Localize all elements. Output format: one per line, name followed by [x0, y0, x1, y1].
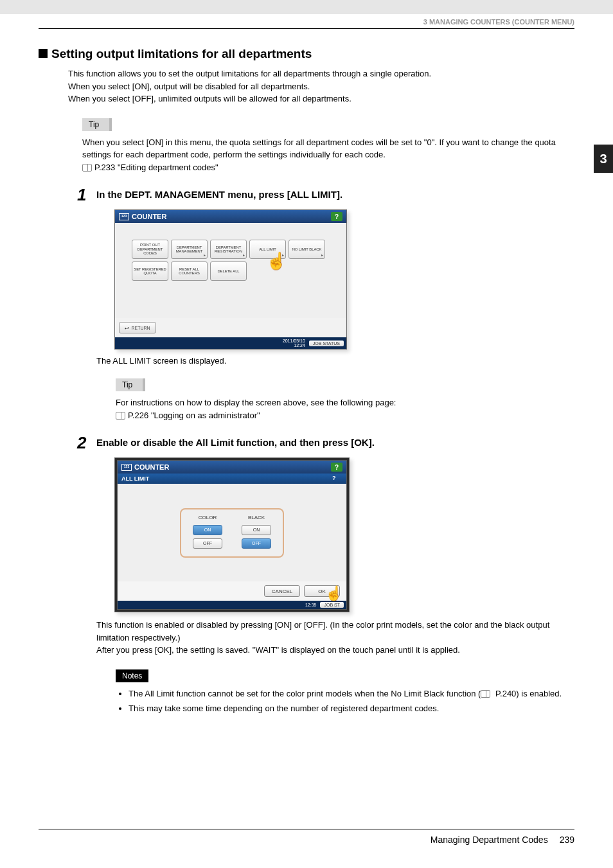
step2-after-2: After you press [OK], the setting is sav…: [96, 644, 574, 657]
chevron-right-icon: ▸: [204, 253, 206, 258]
all-limit-button[interactable]: ALL LIMIT▸: [249, 240, 286, 259]
tip-body-text: When you select [ON] in this menu, the q…: [82, 136, 574, 161]
dept-management-button[interactable]: DEPARTMENT MANAGEMENT▸: [171, 240, 208, 259]
intro-line-1: This function allows you to set the outp…: [68, 67, 574, 80]
step-1-number: 1: [77, 186, 96, 203]
datetime-label: 12:35: [305, 603, 317, 607]
job-status-button[interactable]: JOB STATUS: [309, 341, 344, 346]
job-status-button[interactable]: JOB ST: [320, 602, 344, 608]
lcd-title: COUNTER: [132, 213, 166, 220]
set-registered-quota-button[interactable]: SET REGISTERED QUOTA: [132, 261, 168, 281]
help-icon[interactable]: ?: [332, 475, 342, 483]
counter-icon: [119, 213, 129, 220]
footer-title: Managing Department Codes: [431, 835, 548, 845]
lcd-title: COUNTER: [134, 463, 169, 471]
on-off-group: COLOR ON OFF BLACK ON OFF: [180, 508, 284, 558]
reset-all-counters-button[interactable]: RESET ALL COUNTERS: [171, 261, 208, 281]
note-2: This may take some time depending on the…: [129, 702, 574, 715]
chevron-right-icon: ▸: [243, 253, 245, 258]
black-off-button[interactable]: OFF: [242, 538, 271, 549]
screenshot-dept-menu: COUNTER ? PRINT OUT DEPARTMENT CODES DEP…: [114, 209, 347, 350]
tip2-xref: P.226 "Logging on as administrator": [128, 411, 260, 420]
step2-after-1: This function is enabled or disabled by …: [96, 619, 574, 644]
no-limit-black-button[interactable]: NO LIMIT BLACK▸: [289, 240, 325, 259]
step1-result-text: The ALL LIMIT screen is displayed.: [96, 356, 574, 366]
help-icon[interactable]: ?: [331, 463, 342, 472]
screenshot-all-limit: COUNTER ? ALL LIMIT ? COLOR ON OFF: [114, 457, 350, 612]
chapter-header: 3 MANAGING COUNTERS (COUNTER MENU): [423, 18, 574, 26]
step-2-text: Enable or disable the All Limit function…: [96, 437, 375, 451]
notes-label: Notes: [116, 669, 148, 682]
printout-dept-codes-button[interactable]: PRINT OUT DEPARTMENT CODES: [132, 240, 168, 259]
color-on-button[interactable]: ON: [193, 525, 222, 535]
top-gray-bar: [0, 0, 613, 14]
chevron-right-icon: ▸: [321, 253, 323, 258]
black-on-button[interactable]: ON: [242, 525, 271, 535]
tip-label: Tip: [82, 118, 112, 131]
note-1: The All Limit function cannot be set for…: [129, 687, 574, 700]
ok-button[interactable]: OK: [304, 585, 340, 597]
chevron-right-icon: ▸: [282, 253, 284, 258]
dept-registration-button[interactable]: DEPARTMENT REGISTRATION▸: [210, 240, 247, 259]
delete-all-button[interactable]: DELETE ALL: [210, 261, 247, 281]
book-icon: [116, 412, 125, 420]
color-off-button[interactable]: OFF: [193, 538, 222, 549]
section-title: Setting output limitations for all depar…: [51, 47, 312, 60]
book-icon: [82, 164, 92, 172]
cancel-button[interactable]: CANCEL: [264, 585, 300, 597]
book-icon: [481, 690, 490, 698]
lcd-subtitle: ALL LIMIT: [121, 475, 149, 482]
tip-xref: P.233 "Editing department codes": [94, 163, 218, 172]
page-number: 239: [560, 835, 574, 845]
datetime-label: 2011/05/10 12:24: [283, 339, 305, 348]
help-icon[interactable]: ?: [331, 212, 342, 221]
return-button[interactable]: ⮐RETURN: [119, 322, 156, 333]
black-column-label: BLACK: [248, 515, 265, 520]
square-bullet-icon: [39, 49, 48, 58]
counter-icon: [121, 464, 132, 471]
intro-line-3: When you select [OFF], unlimited outputs…: [68, 93, 574, 105]
intro-line-2: When you select [ON], output will be dis…: [68, 80, 574, 93]
tip-label: Tip: [116, 378, 145, 391]
color-column-label: COLOR: [199, 515, 217, 520]
step-2-number: 2: [77, 434, 96, 451]
chapter-side-tab: 3: [594, 145, 613, 173]
step-1-text: In the DEPT. MANAGEMENT menu, press [ALL…: [96, 189, 342, 203]
tip2-body-text: For instructions on how to display the s…: [116, 396, 574, 409]
section-heading: Setting output limitations for all depar…: [39, 47, 574, 61]
